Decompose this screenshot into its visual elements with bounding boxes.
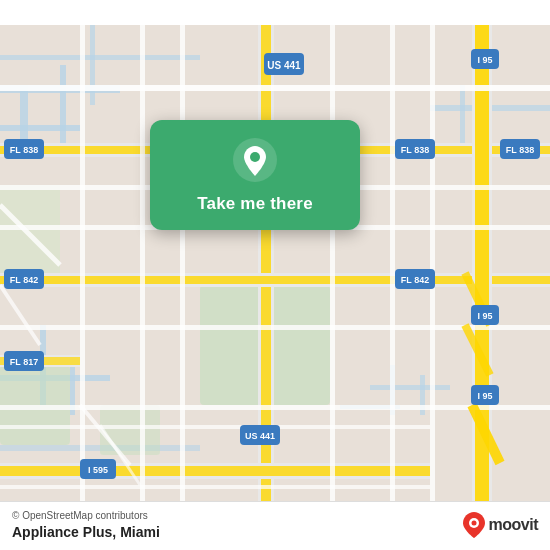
svg-text:FL 838: FL 838	[10, 145, 38, 155]
svg-rect-3	[20, 85, 28, 145]
svg-rect-5	[0, 55, 200, 60]
svg-text:FL 838: FL 838	[401, 145, 429, 155]
svg-text:I 95: I 95	[477, 55, 492, 65]
svg-rect-20	[100, 405, 160, 455]
take-me-there-label: Take me there	[197, 194, 313, 214]
svg-point-81	[471, 521, 476, 526]
svg-text:FL 817: FL 817	[10, 357, 38, 367]
osm-credit: © OpenStreetMap contributors	[12, 510, 160, 521]
svg-rect-2	[0, 125, 80, 131]
svg-rect-44	[330, 25, 335, 525]
svg-rect-6	[90, 25, 95, 105]
svg-text:FL 842: FL 842	[10, 275, 38, 285]
map-svg: US 441 FL 838 FL 838 FL 838 FL 842 FL 84…	[0, 0, 550, 550]
map-container: US 441 FL 838 FL 838 FL 838 FL 842 FL 84…	[0, 0, 550, 550]
svg-text:I 95: I 95	[477, 311, 492, 321]
svg-rect-8	[460, 85, 465, 145]
svg-point-79	[250, 152, 260, 162]
popup-card[interactable]: Take me there	[150, 120, 360, 230]
svg-text:I 95: I 95	[477, 391, 492, 401]
svg-text:I 595: I 595	[88, 465, 108, 475]
svg-text:US 441: US 441	[267, 60, 301, 71]
svg-rect-31	[0, 466, 430, 476]
svg-rect-39	[0, 425, 430, 429]
svg-rect-41	[80, 25, 85, 525]
location-pin-icon	[233, 138, 277, 182]
moovit-logo: moovit	[463, 512, 538, 538]
bottom-bar: © OpenStreetMap contributors Appliance P…	[0, 501, 550, 550]
svg-rect-45	[390, 25, 395, 525]
moovit-pin-icon	[463, 512, 485, 538]
svg-text:FL 838: FL 838	[506, 145, 534, 155]
moovit-text: moovit	[489, 516, 538, 534]
svg-rect-43	[180, 25, 185, 525]
svg-rect-40	[0, 485, 430, 489]
svg-text:US 441: US 441	[245, 431, 275, 441]
svg-rect-29	[475, 25, 489, 525]
svg-rect-4	[60, 65, 66, 145]
svg-rect-10	[370, 385, 450, 390]
bottom-left: © OpenStreetMap contributors Appliance P…	[12, 510, 160, 540]
svg-text:FL 842: FL 842	[401, 275, 429, 285]
place-name: Appliance Plus, Miami	[12, 524, 160, 540]
svg-rect-42	[140, 25, 145, 525]
